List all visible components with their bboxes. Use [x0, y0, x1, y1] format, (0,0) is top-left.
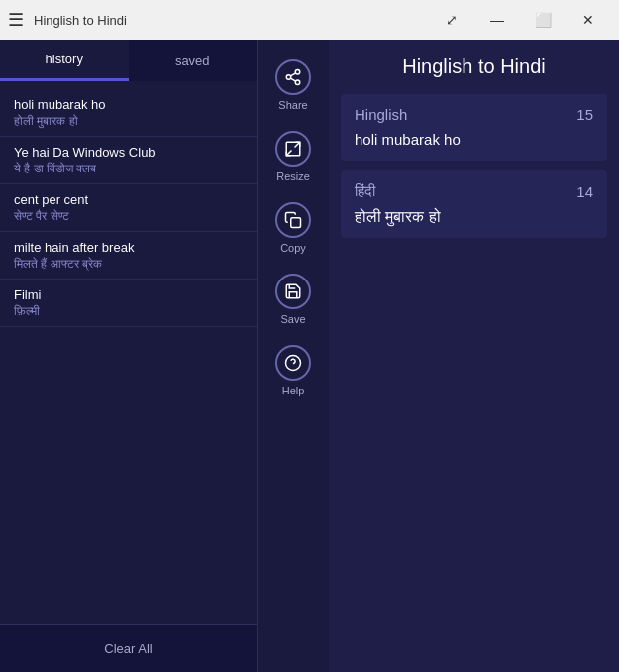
title-bar: ☰ Hinglish to Hindi ⤢ — ⬜ ✕: [0, 0, 619, 40]
title-bar-left: ☰ Hinglish to Hindi: [8, 9, 127, 31]
main-content: history saved holi mubarak ho होली मुबार…: [0, 40, 619, 672]
list-item[interactable]: cent per cent सेण्ट पैर सेण्ट: [0, 184, 257, 232]
resize-icon: [275, 131, 311, 167]
hindi-output: होली मुबारक हो: [355, 208, 593, 226]
right-panel: Hinglish to Hindi Hinglish 15 हिंदी 14 ह…: [329, 40, 619, 672]
history-hindi: फ़िल्मी: [14, 304, 243, 318]
right-panel-title: Hinglish to Hindi: [329, 40, 619, 94]
restore-button[interactable]: ⬜: [520, 0, 566, 40]
svg-point-1: [286, 75, 291, 80]
history-hindi: ये है डा विंडोज क्लब: [14, 162, 243, 175]
tabs: history saved: [0, 40, 257, 81]
copy-label: Copy: [280, 242, 306, 254]
svg-line-4: [290, 73, 295, 76]
tab-saved[interactable]: saved: [129, 40, 258, 81]
tab-history[interactable]: history: [0, 40, 129, 81]
svg-rect-8: [291, 218, 301, 228]
hindi-label: हिंदी: [355, 182, 375, 200]
list-item[interactable]: milte hain after break मिलते हैं आफ्टर ब…: [0, 232, 257, 280]
toolbar: Share Resize Copy: [258, 40, 329, 672]
share-button[interactable]: Share: [258, 50, 329, 121]
list-item[interactable]: Filmi फ़िल्मी: [0, 280, 257, 327]
resize-label: Resize: [276, 170, 310, 182]
save-button[interactable]: Save: [258, 264, 329, 335]
history-english: cent per cent: [14, 192, 243, 207]
copy-button[interactable]: Copy: [258, 192, 329, 264]
hindi-card: हिंदी 14 होली मुबारक हो: [341, 170, 607, 238]
help-button[interactable]: Help: [258, 335, 329, 406]
history-hindi: होली मुबारक हो: [14, 114, 243, 128]
expand-button[interactable]: ⤢: [429, 0, 474, 40]
minimize-button[interactable]: —: [474, 0, 520, 40]
resize-button[interactable]: Resize: [258, 121, 329, 192]
save-label: Save: [280, 313, 305, 325]
svg-line-7: [286, 151, 291, 156]
hinglish-label: Hinglish: [355, 106, 407, 123]
help-icon: [275, 345, 311, 381]
hindi-header: हिंदी 14: [355, 182, 593, 200]
window-title: Hinglish to Hindi: [34, 13, 127, 28]
menu-icon[interactable]: ☰: [8, 9, 24, 31]
share-label: Share: [278, 99, 307, 111]
hinglish-header: Hinglish 15: [355, 106, 593, 123]
svg-point-0: [295, 70, 300, 75]
history-hindi: मिलते हैं आफ्टर ब्रेक: [14, 257, 243, 271]
svg-line-6: [295, 142, 300, 147]
hindi-count: 14: [576, 183, 593, 200]
copy-icon: [275, 202, 311, 238]
hinglish-input[interactable]: [355, 131, 593, 148]
help-label: Help: [282, 385, 305, 396]
history-english: Ye hai Da Windows Club: [14, 145, 243, 160]
svg-point-2: [295, 80, 300, 85]
hinglish-count: 15: [576, 106, 593, 123]
close-button[interactable]: ✕: [566, 0, 611, 40]
save-icon: [275, 274, 311, 309]
history-english: milte hain after break: [14, 240, 243, 255]
history-english: holi mubarak ho: [14, 97, 243, 112]
list-item[interactable]: Ye hai Da Windows Club ये है डा विंडोज क…: [0, 137, 257, 184]
title-bar-controls: ⤢ — ⬜ ✕: [429, 0, 611, 40]
list-item[interactable]: holi mubarak ho होली मुबारक हो: [0, 89, 257, 137]
left-panel: history saved holi mubarak ho होली मुबार…: [0, 40, 258, 672]
history-hindi: सेण्ट पैर सेण्ट: [14, 209, 243, 223]
clear-all-button[interactable]: Clear All: [0, 624, 257, 672]
share-icon: [275, 59, 311, 95]
svg-line-3: [290, 78, 295, 81]
history-english: Filmi: [14, 287, 243, 302]
hinglish-card: Hinglish 15: [341, 94, 607, 161]
history-list: holi mubarak ho होली मुबारक हो Ye hai Da…: [0, 81, 257, 624]
